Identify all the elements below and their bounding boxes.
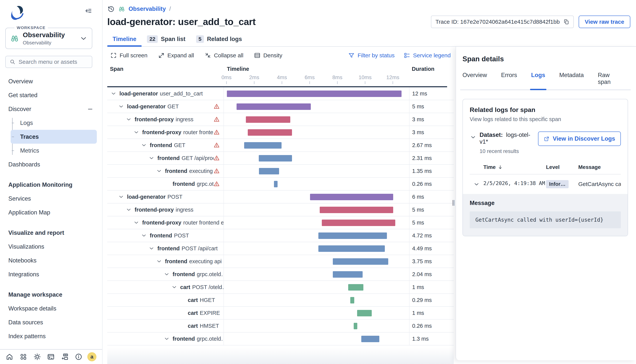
span-duration-bar[interactable] [333,271,363,278]
avatar[interactable]: a [87,352,97,361]
info-icon[interactable] [75,353,82,360]
sidebar-item-notebooks[interactable]: Notebooks [0,254,102,268]
span-row[interactable]: frontend-proxyingress5 ms [107,204,454,216]
sidebar-item-get-started[interactable]: Get started [0,88,102,102]
span-duration-bar[interactable] [259,155,292,162]
sidebar-item-services[interactable]: Services [0,192,102,206]
span-chevron-down-icon[interactable] [134,220,142,226]
history-icon[interactable] [107,5,115,13]
span-warning-icon[interactable] [214,104,223,110]
span-duration-bar[interactable] [274,181,278,187]
collapse-sidebar-icon[interactable] [84,6,92,15]
span-duration-bar[interactable] [350,297,354,304]
span-chevron-down-icon[interactable] [156,168,165,174]
details-tab-raw-span[interactable]: Raw span [598,72,614,90]
span-duration-bar[interactable] [227,90,402,97]
full-screen-button[interactable]: Full screen [110,52,148,59]
collapse-all-button[interactable]: Collapse all [205,52,243,59]
span-duration-bar[interactable] [259,168,279,174]
span-warning-icon[interactable] [214,129,223,135]
tab-related-logs[interactable]: 5Related logs [191,32,247,46]
span-duration-bar[interactable] [248,129,292,136]
span-chevron-down-icon[interactable] [126,207,135,212]
span-chevron-down-icon[interactable] [141,142,150,148]
service-legend-button[interactable]: Service legend [404,52,451,59]
span-row[interactable]: frontend-proxyrouter frontend eg…5 ms [107,216,454,229]
sidebar-item-dashboards[interactable]: Dashboards [0,158,102,171]
details-tab-overview[interactable]: Overview [462,72,487,90]
span-row[interactable]: cartEXPIRE1 ms [107,307,454,320]
log-level-header[interactable]: Level [546,164,578,170]
gear-icon[interactable] [34,353,41,360]
details-tab-errors[interactable]: Errors [501,72,517,90]
span-row[interactable]: load-generatoruser_add_to_cart12 ms [107,87,454,100]
span-warning-icon[interactable] [214,155,223,161]
details-tab-metadata[interactable]: Metadata [559,72,584,90]
span-row[interactable]: frontendexecuting a…1.35 ms [107,165,454,178]
span-chevron-down-icon[interactable] [149,246,157,251]
span-chevron-down-icon[interactable] [164,272,173,277]
console-icon[interactable] [47,353,55,360]
density-button[interactable]: Density [254,52,282,59]
sidebar-item-discover[interactable]: Discover [0,102,102,116]
span-chevron-down-icon[interactable] [171,284,180,290]
span-row[interactable]: cartPOST /oteld…1 ms [107,281,454,294]
span-chevron-down-icon[interactable] [118,194,127,200]
span-row[interactable]: cartHMSET0.26 ms [107,320,454,332]
span-chevron-down-icon[interactable] [111,91,119,96]
span-duration-bar[interactable] [320,207,393,213]
span-row[interactable]: frontendGET2.67 ms [107,139,454,152]
sidebar-item-index-patterns[interactable]: Index patterns [0,329,102,343]
span-warning-icon[interactable] [214,168,223,174]
sidebar-item-data-sources[interactable]: Data sources [0,316,102,329]
sidebar-item-workspace-details[interactable]: Workspace details [0,302,102,316]
span-chevron-down-icon[interactable] [149,155,157,161]
span-duration-bar[interactable] [246,116,290,123]
span-duration-bar[interactable] [237,104,311,110]
sidebar-item-logs[interactable]: Logs [11,116,97,130]
span-duration-bar[interactable] [354,323,357,329]
span-chevron-down-icon[interactable] [141,233,150,238]
span-row[interactable]: load-generatorGET5 ms [107,100,454,113]
log-row-chevron-down-icon[interactable] [470,179,483,187]
log-time-header[interactable]: Time [483,164,496,170]
span-warning-icon[interactable] [214,181,223,187]
view-in-discover-logs-button[interactable]: View in Discover Logs [538,132,621,146]
log-message-header[interactable]: Message [578,164,621,170]
span-chevron-down-icon[interactable] [156,258,165,264]
copy-icon[interactable] [563,19,569,25]
home-icon[interactable] [6,353,13,360]
span-row[interactable]: frontendPOST /api/cart4.49 ms [107,242,454,255]
span-chevron-down-icon[interactable] [164,336,173,342]
sidebar-item-integrations[interactable]: Integrations [0,268,102,281]
span-duration-bar[interactable] [357,310,372,316]
trace-id-pill[interactable]: Trace ID: 167e2e7024062a641e415c7d8842f1… [431,16,574,28]
span-warning-icon[interactable] [214,142,223,148]
span-duration-bar[interactable] [244,142,282,148]
tab-timeline[interactable]: Timeline [107,32,142,46]
span-row[interactable]: frontendgrpc.ot…0.26 ms [107,178,454,190]
span-row[interactable]: frontend-proxyrouter frontend…3 ms [107,126,454,139]
sort-descending-icon[interactable] [498,164,503,170]
filter-by-status-button[interactable]: Filter by status [348,52,394,59]
breadcrumb-observability-link[interactable]: Observability [129,6,166,12]
span-row[interactable]: frontendgrpc.oteld…1.3 ms [107,332,454,346]
sidebar-item-overview[interactable]: Overview [0,74,102,88]
add-panel-icon[interactable] [61,353,69,360]
tab-span-list[interactable]: 22Span list [142,32,191,46]
span-duration-bar[interactable] [361,336,379,342]
sidebar-item-metrics[interactable]: Metrics [11,144,97,158]
view-raw-trace-button[interactable]: View raw trace [579,16,630,28]
span-row[interactable]: frontendgrpc.oteld…2.04 ms [107,268,454,281]
span-duration-bar[interactable] [333,258,388,265]
details-tab-logs[interactable]: Logs [531,72,545,90]
minus-icon[interactable] [87,106,93,112]
span-row[interactable]: load-generatorPOST6 ms [107,190,454,204]
span-duration-bar[interactable] [348,284,363,290]
span-row[interactable]: frontendPOST4.72 ms [107,229,454,242]
span-duration-bar[interactable] [310,194,393,200]
apps-icon[interactable] [20,353,27,360]
workspace-selector[interactable]: WORKSPACE Observability Observability [5,28,92,49]
span-chevron-down-icon[interactable] [134,130,142,135]
sidebar-item-application-map[interactable]: Application Map [0,206,102,220]
